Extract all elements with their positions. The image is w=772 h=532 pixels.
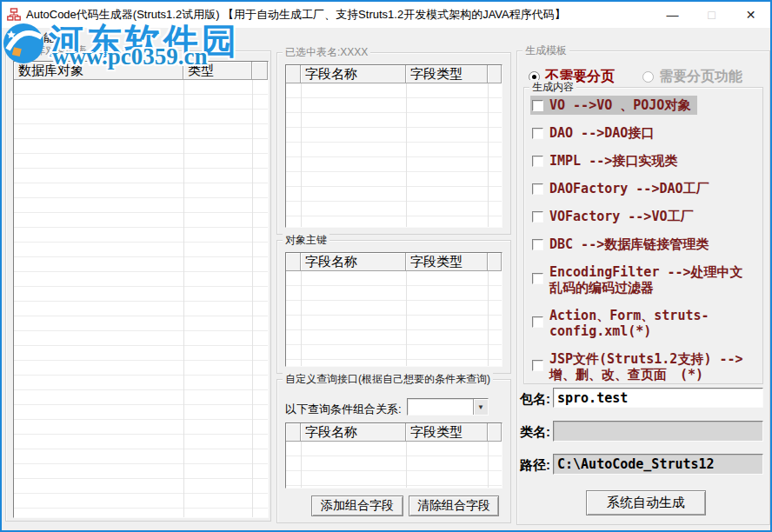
checkbox-label: VO -->VO 、POJO对象: [549, 97, 690, 113]
checkbox-item-action-form[interactable]: Action、Form、struts-config.xml(*): [530, 306, 760, 341]
menu-bar: 系统功能: [2, 28, 770, 49]
class-name-label: 类名:: [520, 424, 550, 441]
checkbox[interactable]: [532, 183, 543, 195]
column-separator: [301, 442, 302, 488]
table-header: 字段名称 字段类型: [286, 423, 502, 442]
checkbox-item-encodingfilter[interactable]: EncodingFilter -->处理中文乱码的编码过滤器: [530, 263, 760, 297]
radio-need-paging-label: 需要分页功能: [659, 68, 742, 86]
column-separator: [183, 80, 184, 517]
template-group-label: 生成模板: [522, 43, 569, 58]
column-header-field-type[interactable]: 字段类型: [406, 253, 488, 271]
checkbox-label: VOFactory -->VO工厂: [549, 209, 693, 224]
checkbox-item-vo[interactable]: VO -->VO 、POJO对象: [530, 96, 697, 115]
column-separator: [406, 271, 407, 366]
checkbox-label: DAOFactory -->DAO工厂: [549, 181, 709, 196]
column-separator: [488, 83, 489, 227]
checkbox-item-dbc[interactable]: DBC -->数据库链接管理类: [530, 235, 715, 254]
database-objects-list[interactable]: [14, 80, 268, 517]
window-controls: — □ ✕: [653, 2, 770, 28]
column-separator: [488, 442, 489, 488]
column-separator: [488, 271, 489, 366]
checkbox[interactable]: [532, 100, 543, 111]
package-name-input[interactable]: [553, 388, 763, 408]
checkbox[interactable]: [532, 273, 543, 284]
column-header-field-name[interactable]: 字段名称: [301, 423, 406, 442]
column-header-spacer: [488, 253, 502, 271]
checkbox[interactable]: [532, 128, 543, 139]
column-header-field-type[interactable]: 字段类型: [406, 65, 488, 83]
radio-need-paging: 需要分页功能: [642, 68, 742, 86]
column-header-field-type[interactable]: 字段类型: [406, 423, 488, 442]
condition-relation-select[interactable]: ▼: [407, 398, 489, 416]
close-button[interactable]: ✕: [731, 2, 770, 28]
primary-key-list[interactable]: [286, 271, 502, 366]
column-header-type[interactable]: 类型: [183, 62, 252, 80]
package-name-label: 包名:: [520, 391, 550, 408]
table-header: 字段名称 字段类型: [286, 65, 502, 83]
checkbox-list: VO -->VO 、POJO对象 DAO -->DAO接口 IMPL -->接口…: [530, 96, 760, 384]
checkbox-label: DBC -->数据库链接管理类: [549, 236, 709, 252]
column-separator: [301, 83, 302, 227]
primary-key-group-label: 对象主键: [283, 233, 329, 248]
table-header: 字段名称 字段类型: [286, 253, 502, 271]
column-header-object[interactable]: 数据库对象: [14, 62, 183, 80]
column-separator: [301, 271, 302, 366]
query-condition-label: 以下查询条件组合关系:: [285, 402, 402, 417]
checkbox[interactable]: [532, 316, 543, 328]
checkbox[interactable]: [532, 211, 543, 223]
minimize-button[interactable]: —: [653, 2, 692, 28]
checkbox-label: DAO -->DAO接口: [549, 125, 654, 141]
add-combo-field-button[interactable]: 添加组合字段: [311, 495, 403, 516]
selected-table-group-label: 已选中表名:XXXX: [283, 45, 370, 60]
checkbox-item-impl[interactable]: IMPL -->接口实现类: [530, 151, 684, 170]
table-header: 数据库对象 类型: [14, 62, 268, 80]
path-label: 路径:: [520, 457, 550, 474]
radio-icon: [642, 71, 654, 83]
checkbox[interactable]: [532, 239, 543, 250]
checkbox-label: Action、Form、struts-config.xml(*): [549, 308, 753, 339]
title-bar: AutoCode代码生成器(Struts1.2试用版) 【用于自动生成工厂、支持…: [2, 2, 770, 28]
database-objects-group-label: 数据库对象列表: [11, 43, 90, 58]
maximize-button: □: [692, 2, 731, 28]
clear-combo-field-button[interactable]: 清除组合字段: [409, 495, 499, 516]
primary-key-table: 字段名称 字段类型: [285, 252, 502, 367]
path-input: [553, 454, 763, 475]
selected-table-fields-list[interactable]: [286, 83, 502, 227]
custom-query-list[interactable]: [286, 442, 502, 488]
window-title: AutoCode代码生成器(Struts1.2试用版) 【用于自动生成工厂、支持…: [26, 7, 566, 23]
content-group-label: 生成内容: [529, 80, 576, 95]
checkbox[interactable]: [532, 360, 543, 371]
custom-query-table: 字段名称 字段类型: [285, 422, 502, 489]
checkbox-label: JSP文件(Struts1.2支持) --> 增、删、改、查页面 (*): [549, 351, 753, 382]
column-separator: [406, 83, 407, 227]
app-icon: [7, 8, 21, 22]
column-header-spacer: [286, 253, 301, 271]
checkbox-label: IMPL -->接口实现类: [549, 153, 677, 169]
app-window: AutoCode代码生成器(Struts1.2试用版) 【用于自动生成工厂、支持…: [0, 0, 772, 532]
column-header-field-name[interactable]: 字段名称: [301, 253, 406, 271]
column-header-spacer: [286, 423, 301, 442]
condition-relation-value: [408, 399, 473, 415]
checkbox-item-dao[interactable]: DAO -->DAO接口: [530, 123, 661, 143]
custom-query-group-label: 自定义查询接口(根据自己想要的条件来查询): [283, 372, 493, 387]
checkbox-item-daofactory[interactable]: DAOFactory -->DAO工厂: [530, 179, 716, 198]
checkbox-item-jsp[interactable]: JSP文件(Struts1.2支持) --> 增、删、改、查页面 (*): [530, 349, 760, 384]
chevron-down-icon[interactable]: ▼: [473, 399, 488, 415]
column-header-spacer: [252, 62, 268, 80]
checkbox-label: EncodingFilter -->处理中文乱码的编码过滤器: [549, 264, 753, 296]
checkbox[interactable]: [532, 156, 543, 167]
column-header-spacer: [286, 65, 301, 83]
column-header-spacer: [488, 423, 502, 442]
database-objects-table: 数据库对象 类型: [13, 61, 269, 518]
generate-button[interactable]: 系统自动生成: [586, 490, 706, 515]
column-header-field-name[interactable]: 字段名称: [301, 65, 406, 83]
column-header-spacer: [488, 65, 502, 83]
selected-table-fields-table: 字段名称 字段类型: [285, 64, 502, 228]
checkbox-item-vofactory[interactable]: VOFactory -->VO工厂: [530, 207, 700, 226]
column-separator: [406, 442, 407, 488]
class-name-input: [553, 421, 763, 442]
column-separator: [252, 80, 253, 517]
